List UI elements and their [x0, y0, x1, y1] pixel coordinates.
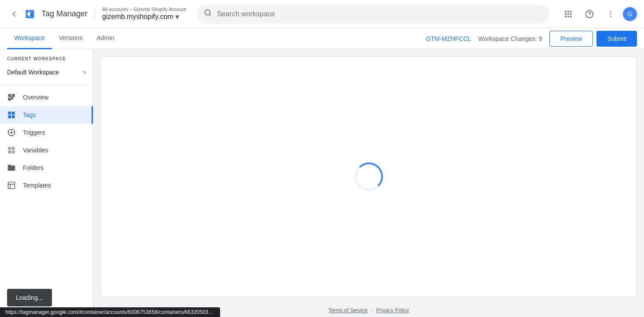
loading-toast-label: Loading... [16, 294, 43, 301]
svg-rect-11 [570, 16, 571, 17]
container-dropdown-arrow[interactable]: ▾ [175, 12, 179, 22]
workspace-changes: Workspace Changes: 9 [478, 35, 542, 42]
account-info: All accounts › Gizemb Shopify Account gi… [102, 7, 186, 22]
svg-rect-10 [567, 16, 569, 17]
search-icon [204, 9, 212, 19]
sidebar-item-templates[interactable]: Templates [0, 177, 93, 194]
search-bar[interactable] [197, 4, 549, 24]
svg-rect-8 [570, 13, 571, 15]
topbar-divider [95, 7, 95, 21]
variables-label: Variables [23, 147, 48, 154]
templates-icon [7, 181, 16, 190]
search-input[interactable] [217, 10, 542, 18]
sidebar-divider [0, 85, 93, 85]
svg-rect-3 [565, 11, 567, 12]
svg-rect-5 [570, 11, 571, 12]
svg-point-16 [610, 16, 611, 17]
workspace-name: Default Workspace [7, 69, 59, 76]
sidebar-item-triggers[interactable]: Triggers [0, 124, 93, 141]
breadcrumb-arrow: › [130, 7, 132, 12]
svg-point-18 [11, 132, 13, 134]
content-card [100, 56, 637, 297]
sidebar-item-variables[interactable]: Variables [0, 141, 93, 159]
apps-button[interactable] [559, 5, 577, 23]
app-logo: Tag Manager [23, 7, 88, 21]
status-bar: https://tagmanager.google.com/#container… [0, 307, 220, 317]
topbar-right-actions: G [559, 5, 637, 23]
terms-of-service-link[interactable]: Terms of Service [328, 307, 368, 313]
workspace-selector[interactable]: Default Workspace › [0, 63, 93, 81]
folders-icon [7, 163, 16, 172]
variables-icon [7, 146, 16, 155]
topbar: Tag Manager All accounts › Gizemb Shopif… [0, 0, 644, 28]
workspace-arrow-icon: › [83, 67, 86, 77]
avatar[interactable]: G [623, 7, 637, 21]
all-accounts-breadcrumb: All accounts › Gizemb Shopify Account [102, 7, 186, 12]
container-selector[interactable]: gizemb.myshopify.com ▾ [102, 12, 186, 22]
footer-separator: · [371, 307, 372, 313]
gtm-logo-icon [23, 7, 37, 21]
privacy-policy-link[interactable]: Privacy Policy [376, 307, 409, 313]
svg-rect-4 [567, 11, 569, 12]
current-workspace-label: CURRENT WORKSPACE [0, 49, 93, 63]
svg-rect-7 [567, 13, 569, 15]
svg-rect-9 [565, 16, 567, 17]
triggers-label: Triggers [23, 129, 45, 136]
svg-point-15 [610, 13, 611, 15]
content-area: Terms of Service · Privacy Policy [93, 49, 644, 317]
svg-rect-23 [8, 182, 15, 189]
back-button[interactable] [7, 7, 21, 21]
loading-spinner-container [355, 162, 383, 191]
more-options-button[interactable] [602, 5, 619, 23]
svg-point-14 [610, 11, 611, 12]
svg-rect-6 [565, 13, 567, 15]
tags-label: Tags [23, 111, 36, 118]
folders-label: Folders [23, 164, 44, 171]
loading-toast: Loading... [7, 289, 52, 306]
tags-icon [7, 111, 16, 119]
gtm-id[interactable]: GTM-MZHFCCL [426, 35, 471, 42]
tab-versions[interactable]: Versions [52, 28, 90, 49]
overview-icon [7, 93, 16, 102]
preview-button[interactable]: Preview [549, 31, 593, 47]
triggers-icon [7, 128, 16, 137]
app-name: Tag Manager [41, 9, 88, 18]
sidebar-item-overview[interactable]: Overview [0, 88, 93, 106]
svg-point-1 [205, 10, 210, 15]
main-layout: CURRENT WORKSPACE Default Workspace › Ov… [0, 49, 644, 317]
submit-button[interactable]: Submit [596, 31, 637, 47]
tab-workspace[interactable]: Workspace [7, 28, 52, 49]
sidebar-item-folders[interactable]: Folders [0, 159, 93, 177]
templates-label: Templates [23, 182, 51, 189]
tab-admin[interactable]: Admin [89, 28, 121, 49]
sidebar: CURRENT WORKSPACE Default Workspace › Ov… [0, 49, 93, 317]
loading-spinner [355, 162, 383, 191]
nav-tabs: Workspace Versions Admin GTM-MZHFCCL Wor… [0, 28, 644, 49]
status-url: https://tagmanager.google.com/#container… [5, 309, 220, 315]
svg-line-2 [209, 14, 210, 15]
sidebar-item-tags[interactable]: Tags [0, 106, 93, 124]
overview-label: Overview [23, 94, 48, 101]
help-button[interactable] [581, 5, 598, 23]
